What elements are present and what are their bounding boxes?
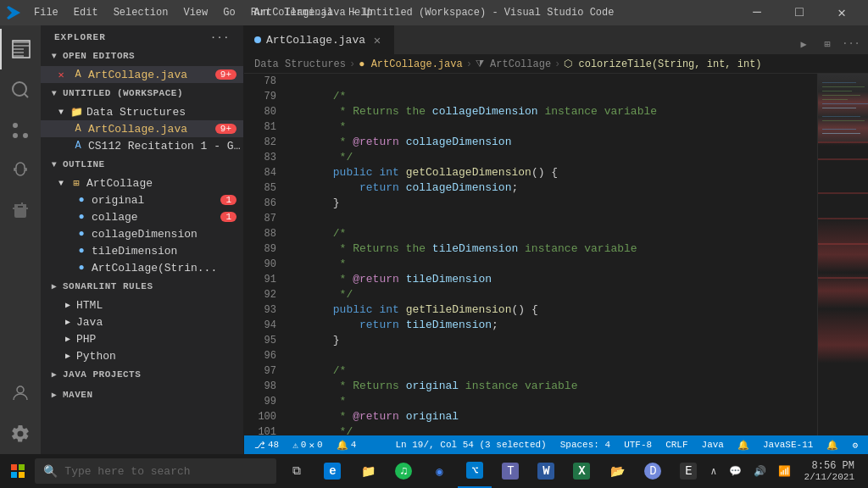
activity-settings[interactable] [0,413,41,454]
teams-app[interactable]: T [493,454,527,488]
word-app[interactable]: W [529,454,563,488]
outline-section[interactable]: OUTLINE [41,154,243,175]
clock-date: 2/11/2021 [804,472,854,482]
code-editor[interactable]: 78 79 80 81 82 83 84 85 86 87 88 89 90 9… [244,74,817,435]
chat-icon[interactable]: 💬 [724,463,747,480]
workspace-section[interactable]: UNTITLED (WORKSPACE) [41,83,243,103]
code-line-92: */ [293,287,810,302]
menu-selection[interactable]: Selection [107,5,175,20]
sonarlint-java[interactable]: Java [41,313,243,330]
sonarlint-section[interactable]: SONARLINT RULES [41,276,243,297]
notification-bell[interactable]: 🔔 [734,435,753,454]
volume-icon[interactable]: 🔊 [748,463,771,480]
ln-79: 79 [251,89,276,104]
close-button[interactable]: ✕ [822,0,861,25]
start-button[interactable] [3,454,31,488]
artcollage-error-badge: 9+ [215,124,236,134]
python-rule: Python [76,350,243,363]
svg-rect-3 [822,82,856,83]
outline-original[interactable]: ● original 1 [41,191,243,208]
menu-go[interactable]: Go [216,5,242,20]
activity-account[interactable] [0,373,41,413]
discord-app[interactable]: D [636,454,670,488]
sonarlint-python[interactable]: Python [41,347,243,364]
encoding-status[interactable]: UTF-8 [620,435,655,454]
language-status[interactable]: Java [698,435,727,454]
original-name: original [92,194,220,207]
artcollage-file[interactable]: A ArtCollage.java 9+ [41,120,243,137]
data-structures-folder[interactable]: 📁 Data Structures [41,103,243,120]
spaces-status[interactable]: Spaces: 4 [557,435,614,454]
vscode-logo-icon [7,6,20,19]
more-actions-button[interactable]: ··· [841,34,861,54]
split-editor-button[interactable]: ⊞ [817,34,837,54]
editor-area: ArtCollage.java ✕ ▶ ⊞ ··· Data Structure… [244,25,868,454]
file-explorer-app[interactable]: 📁 [351,454,385,488]
bc-method[interactable]: ⬡ colorizeTile(String, int, int) [564,58,761,70]
edge-app[interactable]: e [315,454,349,488]
network-icon[interactable]: 📶 [773,463,796,480]
task-view-button[interactable]: ⧉ [280,454,314,488]
ln-92: 92 [251,287,276,302]
tab-artcollage[interactable]: ArtCollage.java ✕ [244,25,395,54]
activity-source-control[interactable] [0,110,41,151]
collage-badge: 1 [220,212,236,222]
git-branch-status[interactable]: ⎇ 48 [251,435,282,454]
code-line-96 [293,348,810,363]
bc-data-structures[interactable]: Data Structures [254,58,346,70]
bc-class[interactable]: ⧩ ArtCollage [476,58,551,70]
outline-artcollage-root[interactable]: ⊞ ArtCollage [41,175,243,191]
cursor-position[interactable]: Ln 19/, Col 54 (3 selected) [392,435,549,454]
maven-section[interactable]: MAVEN [41,385,243,405]
menu-edit[interactable]: Edit [67,5,105,20]
folder-icon: 📁 [70,105,83,119]
activity-debug[interactable] [0,151,41,191]
explorer2-app[interactable]: 📂 [600,454,634,488]
feedback-status[interactable]: ⚙ [849,435,861,454]
spotify-app[interactable]: ♫ [387,454,420,488]
outline-artcollage-constructor[interactable]: ● ArtCollage(Strin... [41,259,243,276]
show-hidden-icons[interactable]: ∧ [705,463,721,480]
excel-app[interactable]: X [565,454,598,488]
code-line-94: return tileDimension; [293,318,810,333]
settings-sync-status[interactable]: 🔔 [823,435,842,454]
activity-extensions[interactable] [0,191,41,232]
run-code-button[interactable]: ▶ [793,34,814,54]
open-editors-section[interactable]: OPEN EDITORS [41,46,243,66]
tiledim-icon: ● [75,244,88,258]
notification-status[interactable]: 🔔 4 [333,435,360,454]
menu-view[interactable]: View [176,5,214,20]
java-projects-section[interactable]: JAVA PROJECTS [41,364,243,385]
spaces-text: Spaces: 4 [560,440,610,450]
clock-area[interactable]: 8:56 PM 2/11/2021 [798,458,861,484]
maximize-button[interactable]: □ [780,0,819,25]
workspace-label: UNTITLED (WORKSPACE) [63,88,183,98]
sonarlint-html[interactable]: HTML [41,297,243,313]
chrome-app[interactable]: ◉ [422,454,456,488]
file-explorer-icon: 📁 [359,463,376,480]
minimize-button[interactable]: ─ [737,0,776,25]
tab-bar: ArtCollage.java ✕ ▶ ⊞ ··· [244,25,868,55]
epic-app[interactable]: E [671,454,705,488]
outline-collage[interactable]: ● collage 1 [41,208,243,225]
error-status[interactable]: ⚠ 0 ✕ 0 [289,435,326,454]
activity-search[interactable] [0,69,41,110]
bc-file[interactable]: ● ArtCollage.java [359,58,462,70]
tab-close-button[interactable]: ✕ [370,33,384,47]
eol-status[interactable]: CRLF [662,435,691,454]
outline-tiledimension[interactable]: ● tileDimension [41,242,243,259]
svg-rect-14 [818,141,868,143]
sonarlint-php[interactable]: PHP [41,330,243,347]
activity-explorer[interactable] [0,29,41,69]
cs112-file[interactable]: A CS112 Recitation 1 - Greatest Hits o..… [41,137,243,154]
ln-97: 97 [251,363,276,379]
taskbar-search-box[interactable]: 🔍 Type here to search [35,458,276,484]
outline-collagedimension[interactable]: ● collageDimension [41,225,243,242]
java-version-status[interactable]: JavaSE-11 [760,435,816,454]
explorer-menu-button[interactable]: ··· [210,32,230,42]
menu-file[interactable]: File [27,5,65,20]
cs-icon: A [71,139,85,152]
vscode-app[interactable]: ⌥ [458,454,492,488]
open-file-artcollage[interactable]: ✕ A ArtCollage.java 9+ [41,66,243,83]
teams-icon: T [502,463,519,480]
